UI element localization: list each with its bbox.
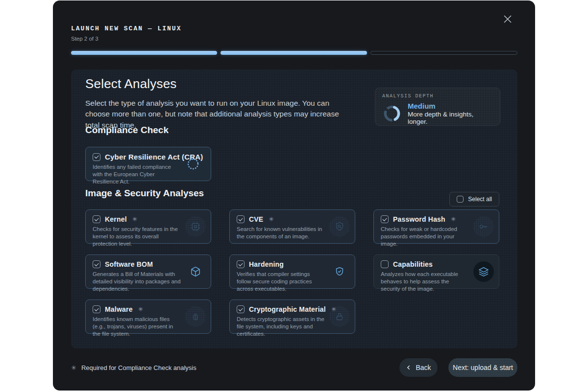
- card-label: Capabilities: [393, 260, 433, 268]
- select-all-checkbox[interactable]: [457, 196, 464, 203]
- card-label: Software BOM: [105, 260, 153, 268]
- hardening-checkbox[interactable]: [237, 260, 245, 268]
- next-button[interactable]: Next: upload & start: [448, 358, 517, 377]
- page-title: Select Analyses: [85, 76, 177, 92]
- analysis-card-software-bom[interactable]: Software BOM Generates a Bill of Materia…: [85, 254, 211, 289]
- required-asterisk-icon: [132, 216, 137, 223]
- package-icon: [185, 261, 206, 282]
- software-bom-checkbox[interactable]: [93, 260, 100, 268]
- modal-header: LAUNCH NEW SCAN — LINUX Step 2 of 3: [71, 25, 181, 42]
- gauge-ring-icon: [382, 104, 402, 123]
- analysis-card-capabilities[interactable]: Capabilities Analyzes how each executabl…: [373, 254, 499, 289]
- bug-icon: [185, 306, 206, 327]
- key-icon: [473, 216, 494, 237]
- lock-icon: [329, 306, 350, 327]
- required-asterisk-icon: [451, 216, 456, 223]
- progress-segment-1: [71, 51, 217, 55]
- close-icon[interactable]: [501, 12, 514, 26]
- back-button[interactable]: Back: [399, 358, 438, 377]
- security-cards-grid: Kernel Checks for security features in t…: [85, 209, 499, 334]
- back-button-label: Back: [416, 364, 431, 371]
- modal-title: LAUNCH NEW SCAN — LINUX: [71, 25, 181, 32]
- step-indicator: Step 2 of 3: [71, 36, 181, 42]
- card-label: Kernel: [105, 215, 127, 223]
- shield-check-icon: [329, 261, 350, 282]
- security-section-heading: Image & Security Analyses: [85, 188, 204, 199]
- analysis-card-malware[interactable]: Malware Identifies known malicious files…: [85, 300, 211, 334]
- depth-value: Medium: [408, 102, 493, 110]
- card-label: CVE: [249, 215, 263, 223]
- cryptographic-material-checkbox[interactable]: [237, 305, 245, 313]
- required-asterisk-icon: [138, 306, 143, 313]
- kernel-checkbox[interactable]: [93, 215, 100, 223]
- cpu-icon: [185, 216, 206, 237]
- progress-bar: [71, 51, 517, 55]
- progress-segment-2: [220, 51, 367, 55]
- analysis-depth-card: ANALYSIS DEPTH Medium More depth & insig…: [375, 88, 500, 126]
- required-note-text: Required for Compliance Check analysis: [81, 364, 196, 371]
- modal-footer: Required for Compliance Check analysis B…: [71, 358, 517, 377]
- analysis-card-password-hash[interactable]: Password Hash Checks for weak or hardcod…: [373, 209, 499, 244]
- analysis-card-kernel[interactable]: Kernel Checks for security features in t…: [85, 209, 211, 244]
- analysis-card-cryptographic-material[interactable]: Cryptographic Material Detects cryptogra…: [229, 300, 355, 334]
- select-all-button[interactable]: Select all: [449, 192, 499, 207]
- cra-checkbox[interactable]: [93, 153, 100, 161]
- depth-description: More depth & insights, longer.: [408, 111, 493, 125]
- select-all-label: Select all: [468, 196, 492, 203]
- cve-checkbox[interactable]: [237, 215, 245, 223]
- progress-segment-3: [370, 51, 517, 55]
- required-asterisk-icon: [71, 364, 76, 371]
- dotted-circle-icon: [186, 157, 200, 171]
- analyses-panel: Select Analyses Select the type of analy…: [71, 69, 517, 348]
- card-label: Hardening: [249, 260, 284, 268]
- card-label: Cryptographic Material: [249, 305, 326, 313]
- analysis-depth-label: ANALYSIS DEPTH: [382, 93, 493, 99]
- compliance-section-heading: Compliance Check: [85, 125, 169, 136]
- card-label: Malware: [105, 305, 133, 313]
- required-asterisk-icon: [269, 216, 273, 223]
- next-button-label: Next: upload & start: [453, 364, 513, 371]
- capabilities-checkbox[interactable]: [381, 260, 389, 268]
- analysis-card-hardening[interactable]: Hardening Verifies that compiler setting…: [229, 254, 355, 289]
- analysis-card-cra[interactable]: Cyber Resilience Act (CRA) Identifies an…: [85, 147, 211, 181]
- analysis-card-cve[interactable]: CVE Search for known vulnerabilities in …: [229, 209, 355, 244]
- launch-scan-modal: LAUNCH NEW SCAN — LINUX Step 2 of 3 Sele…: [53, 0, 535, 391]
- chevron-left-icon: [406, 365, 412, 370]
- password-hash-checkbox[interactable]: [381, 215, 389, 223]
- shield-search-icon: [329, 216, 350, 237]
- layers-icon: [473, 261, 494, 282]
- card-label: Password Hash: [393, 215, 445, 223]
- required-note: Required for Compliance Check analysis: [71, 364, 196, 371]
- malware-checkbox[interactable]: [93, 305, 100, 313]
